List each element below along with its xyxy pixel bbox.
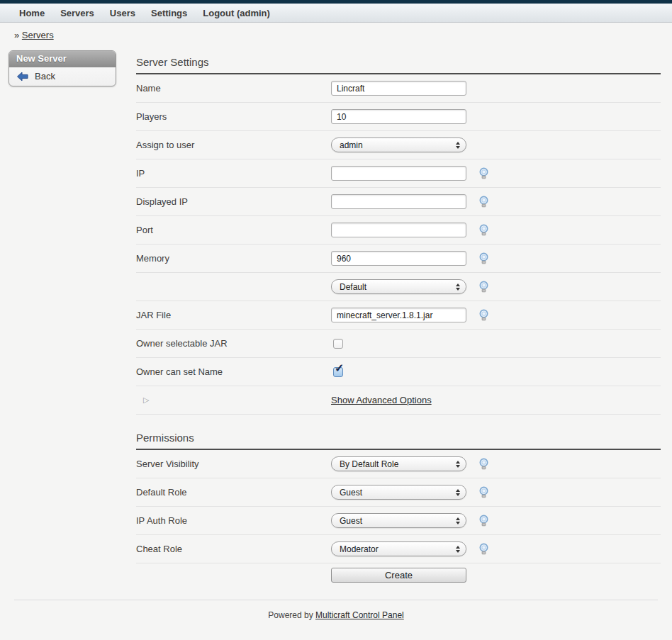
help-lightbulb-icon[interactable] bbox=[478, 167, 489, 179]
server-settings-heading: Server Settings bbox=[136, 56, 661, 74]
players-label: Players bbox=[136, 111, 331, 122]
ip-label: IP bbox=[136, 168, 331, 179]
form-row-ip: IP bbox=[136, 159, 661, 188]
nav-item-settings[interactable]: Settings bbox=[151, 8, 187, 18]
players-input[interactable] bbox=[331, 109, 466, 124]
footer-text: Powered by bbox=[268, 610, 313, 620]
help-lightbulb-icon[interactable] bbox=[478, 515, 489, 527]
create-button[interactable]: Create bbox=[331, 568, 466, 583]
form-row-memory-unit: Default bbox=[136, 273, 661, 301]
footer: Powered by Multicraft Control Panel bbox=[0, 600, 672, 633]
nav-item-users[interactable]: Users bbox=[110, 8, 135, 18]
help-lightbulb-icon[interactable] bbox=[478, 224, 489, 236]
form-row-default-role: Default Role Guest bbox=[136, 478, 661, 507]
displayed-ip-input[interactable] bbox=[331, 194, 466, 209]
memory-unit-select[interactable]: Default bbox=[331, 279, 466, 294]
form-row-server-visibility: Server Visibility By Default Role bbox=[136, 450, 661, 478]
triangle-right-icon: ▷ bbox=[136, 395, 331, 405]
new-server-widget: New Server Back bbox=[9, 50, 116, 86]
jar-file-label: JAR File bbox=[136, 310, 331, 320]
widget-title: New Server bbox=[9, 51, 116, 67]
server-visibility-select[interactable]: By Default Role bbox=[331, 456, 466, 471]
help-lightbulb-icon[interactable] bbox=[478, 196, 489, 208]
form-row-port: Port bbox=[136, 216, 661, 245]
owner-can-set-name-checkbox[interactable]: ✓ bbox=[333, 367, 343, 377]
form-row-name: Name bbox=[136, 74, 661, 103]
assign-to-user-select[interactable]: admin bbox=[331, 137, 466, 152]
form-row-cheat-role: Cheat Role Moderator bbox=[136, 535, 661, 563]
cheat-role-label: Cheat Role bbox=[136, 544, 331, 554]
name-input[interactable] bbox=[331, 81, 466, 96]
cheat-role-select[interactable]: Moderator bbox=[331, 541, 466, 556]
help-lightbulb-icon[interactable] bbox=[478, 252, 489, 264]
breadcrumb-prefix: » bbox=[14, 30, 19, 40]
footer-link-multicraft[interactable]: Multicraft Control Panel bbox=[315, 610, 404, 620]
displayed-ip-label: Displayed IP bbox=[136, 196, 331, 207]
help-lightbulb-icon[interactable] bbox=[478, 543, 489, 555]
breadcrumb: » Servers bbox=[14, 30, 672, 40]
jar-file-input[interactable] bbox=[331, 308, 466, 322]
arrow-left-icon bbox=[16, 72, 29, 82]
memory-label: Memory bbox=[136, 253, 331, 264]
port-label: Port bbox=[136, 225, 331, 235]
permissions-heading: Permissions bbox=[136, 432, 661, 450]
port-input[interactable] bbox=[331, 223, 466, 237]
help-lightbulb-icon[interactable] bbox=[478, 281, 489, 293]
sidebar: New Server Back bbox=[0, 45, 136, 86]
form-row-players: Players bbox=[136, 103, 661, 131]
main-content: Server Settings Name Players Assign to u… bbox=[136, 45, 661, 593]
form-row-ip-auth-role: IP Auth Role Guest bbox=[136, 507, 661, 535]
ip-auth-role-label: IP Auth Role bbox=[136, 515, 331, 526]
owner-selectable-jar-checkbox[interactable]: ✓ bbox=[333, 339, 343, 349]
owner-can-set-name-label: Owner can set Name bbox=[136, 366, 331, 377]
back-button[interactable]: Back bbox=[16, 71, 108, 82]
ip-input[interactable] bbox=[331, 166, 466, 181]
owner-selectable-jar-label: Owner selectable JAR bbox=[136, 338, 331, 349]
memory-input[interactable] bbox=[331, 251, 466, 266]
breadcrumb-link-servers[interactable]: Servers bbox=[22, 30, 54, 40]
show-advanced-options-link[interactable]: Show Advanced Options bbox=[331, 395, 432, 405]
form-row-memory: Memory bbox=[136, 245, 661, 273]
checkmark-icon: ✓ bbox=[335, 363, 344, 374]
main-navbar: Home Servers Users Settings Logout (admi… bbox=[0, 4, 672, 23]
nav-item-logout[interactable]: Logout (admin) bbox=[203, 8, 270, 18]
form-row-owner-selectable-jar: Owner selectable JAR ✓ bbox=[136, 330, 661, 358]
form-row-assign-to-user: Assign to user admin bbox=[136, 131, 661, 159]
server-visibility-label: Server Visibility bbox=[136, 459, 331, 469]
form-row-advanced-options: ▷ Show Advanced Options bbox=[136, 386, 661, 415]
assign-to-user-label: Assign to user bbox=[136, 140, 331, 150]
help-lightbulb-icon[interactable] bbox=[478, 309, 489, 321]
help-lightbulb-icon[interactable] bbox=[478, 486, 489, 498]
back-label: Back bbox=[35, 71, 55, 82]
nav-item-servers[interactable]: Servers bbox=[60, 8, 94, 18]
form-row-submit: Create bbox=[136, 563, 661, 593]
default-role-label: Default Role bbox=[136, 487, 331, 498]
ip-auth-role-select[interactable]: Guest bbox=[331, 513, 466, 528]
nav-item-home[interactable]: Home bbox=[19, 8, 45, 18]
form-row-displayed-ip: Displayed IP bbox=[136, 188, 661, 216]
default-role-select[interactable]: Guest bbox=[331, 485, 466, 500]
help-lightbulb-icon[interactable] bbox=[478, 458, 489, 470]
form-row-jar-file: JAR File bbox=[136, 301, 661, 330]
name-label: Name bbox=[136, 83, 331, 94]
form-row-owner-can-set-name: Owner can set Name ✓ bbox=[136, 358, 661, 386]
